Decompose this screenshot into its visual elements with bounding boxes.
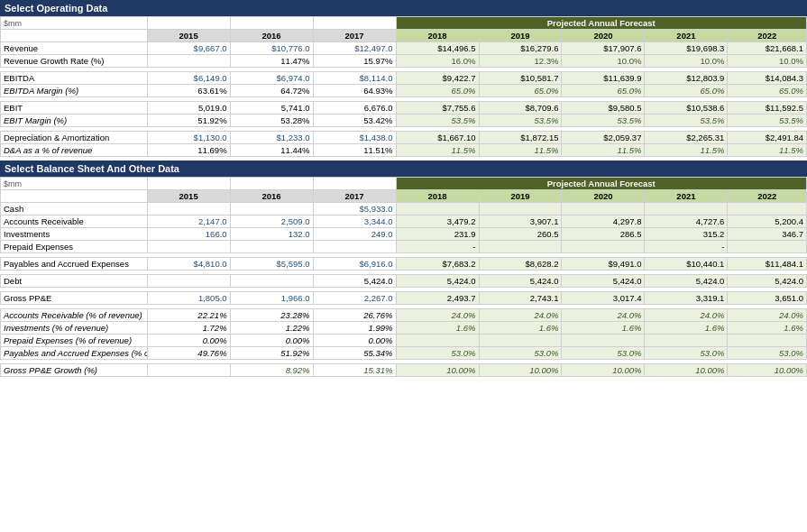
proj-value: $10,581.7 bbox=[479, 72, 562, 85]
proj-value: $17,907.6 bbox=[562, 42, 645, 55]
hist-value: $12,497.0 bbox=[313, 42, 396, 55]
proj-value: $2,059.37 bbox=[562, 132, 645, 144]
row-label: Payables and Accrued Expenses (% of reve bbox=[1, 347, 148, 360]
empty bbox=[313, 178, 396, 190]
year-header: 2016 bbox=[230, 190, 313, 203]
proj-value: 53.5% bbox=[728, 115, 807, 127]
hist-value bbox=[230, 203, 313, 216]
hist-value: 22.21% bbox=[147, 309, 230, 322]
empty bbox=[230, 178, 313, 190]
proj-value: $19,698.3 bbox=[645, 42, 728, 55]
row-label: Gross PP&E bbox=[1, 292, 148, 305]
hist-value: $4,810.0 bbox=[147, 258, 230, 271]
empty bbox=[313, 17, 396, 30]
proj-value bbox=[645, 203, 728, 216]
proj-value: $10,538.6 bbox=[645, 102, 728, 115]
operating-section-header: Select Operating Data bbox=[0, 0, 807, 16]
projected-header: Projected Annual Forecast bbox=[396, 178, 806, 190]
proj-value: 10.00% bbox=[562, 364, 645, 377]
hist-value bbox=[313, 241, 396, 253]
proj-value: 10.00% bbox=[396, 364, 479, 377]
empty bbox=[1, 30, 148, 42]
row-label: D&A as a % of revenue bbox=[1, 144, 148, 157]
year-header-proj: 2020 bbox=[562, 190, 645, 203]
hist-value: 51.92% bbox=[147, 115, 230, 127]
proj-value: 53.5% bbox=[396, 115, 479, 127]
hist-value: 26.76% bbox=[313, 309, 396, 322]
row-label: Cash bbox=[1, 203, 148, 216]
proj-value: 4,727.6 bbox=[645, 216, 728, 228]
proj-value: 53.0% bbox=[479, 347, 562, 360]
proj-value: - bbox=[645, 241, 728, 253]
year-header-proj: 2022 bbox=[728, 30, 807, 42]
row-label: EBITDA bbox=[1, 72, 148, 85]
balance-section: Select Balance Sheet And Other Data $mm … bbox=[0, 161, 807, 377]
empty bbox=[147, 178, 230, 190]
hist-value: $1,130.0 bbox=[147, 132, 230, 144]
proj-value: 1.6% bbox=[728, 322, 807, 335]
proj-value: $7,755.6 bbox=[396, 102, 479, 115]
hist-value: 6,676.0 bbox=[313, 102, 396, 115]
proj-value: 1.6% bbox=[562, 322, 645, 335]
proj-value: 5,200.4 bbox=[728, 216, 807, 228]
hist-value: $5,595.0 bbox=[230, 258, 313, 271]
proj-value: 2,743.1 bbox=[479, 292, 562, 305]
proj-value: 53.5% bbox=[645, 115, 728, 127]
row-label: EBITDA Margin (%) bbox=[1, 85, 148, 97]
year-header: 2017 bbox=[313, 30, 396, 42]
hist-value: 132.0 bbox=[230, 228, 313, 241]
proj-value bbox=[396, 203, 479, 216]
proj-value: 11.5% bbox=[645, 144, 728, 157]
year-header: 2017 bbox=[313, 190, 396, 203]
proj-value bbox=[479, 335, 562, 347]
hist-value bbox=[147, 203, 230, 216]
hist-value: 55.34% bbox=[313, 347, 396, 360]
proj-value: 10.00% bbox=[728, 364, 807, 377]
year-header-proj: 2019 bbox=[479, 30, 562, 42]
row-label: EBIT Margin (%) bbox=[1, 115, 148, 127]
proj-value: 2,493.7 bbox=[396, 292, 479, 305]
proj-value: 5,424.0 bbox=[562, 275, 645, 288]
row-label: Depreciation & Amortization bbox=[1, 132, 148, 144]
proj-value: $11,592.5 bbox=[728, 102, 807, 115]
proj-value bbox=[396, 335, 479, 347]
proj-value: 10.00% bbox=[645, 364, 728, 377]
hist-value: 8.92% bbox=[230, 364, 313, 377]
hist-value: $9,667.0 bbox=[147, 42, 230, 55]
proj-value: 53.0% bbox=[562, 347, 645, 360]
proj-value bbox=[728, 203, 807, 216]
hist-value: 1,966.0 bbox=[230, 292, 313, 305]
row-label: Accounts Receivable (% of revenue) bbox=[1, 309, 148, 322]
proj-value: 10.00% bbox=[479, 364, 562, 377]
hist-value: 11.69% bbox=[147, 144, 230, 157]
proj-value: 11.5% bbox=[396, 144, 479, 157]
proj-value: 10.0% bbox=[645, 55, 728, 68]
proj-value: $9,422.7 bbox=[396, 72, 479, 85]
proj-value bbox=[645, 335, 728, 347]
row-label: EBIT bbox=[1, 102, 148, 115]
hist-value: 249.0 bbox=[313, 228, 396, 241]
hist-value: $10,776.0 bbox=[230, 42, 313, 55]
hist-value: 11.44% bbox=[230, 144, 313, 157]
hist-value bbox=[230, 241, 313, 253]
proj-value: $11,484.1 bbox=[728, 258, 807, 271]
hist-value: 11.47% bbox=[230, 55, 313, 68]
hist-value: $8,114.0 bbox=[313, 72, 396, 85]
proj-value: $8,628.2 bbox=[479, 258, 562, 271]
hist-value: 1.99% bbox=[313, 322, 396, 335]
hist-value: 5,741.0 bbox=[230, 102, 313, 115]
operating-section: Select Operating Data $mm Projected Annu… bbox=[0, 0, 807, 157]
proj-value: 10.0% bbox=[728, 55, 807, 68]
hist-value: 64.93% bbox=[313, 85, 396, 97]
row-label: Investments bbox=[1, 228, 148, 241]
proj-value: $9,491.0 bbox=[562, 258, 645, 271]
proj-value: 3,017.4 bbox=[562, 292, 645, 305]
proj-value: 5,424.0 bbox=[479, 275, 562, 288]
proj-value: 11.5% bbox=[728, 144, 807, 157]
year-header-proj: 2022 bbox=[728, 190, 807, 203]
proj-value: 315.2 bbox=[645, 228, 728, 241]
proj-value: 16.0% bbox=[396, 55, 479, 68]
proj-value: $21,668.1 bbox=[728, 42, 807, 55]
smm-label: $mm bbox=[1, 178, 148, 190]
proj-value: 1.6% bbox=[396, 322, 479, 335]
